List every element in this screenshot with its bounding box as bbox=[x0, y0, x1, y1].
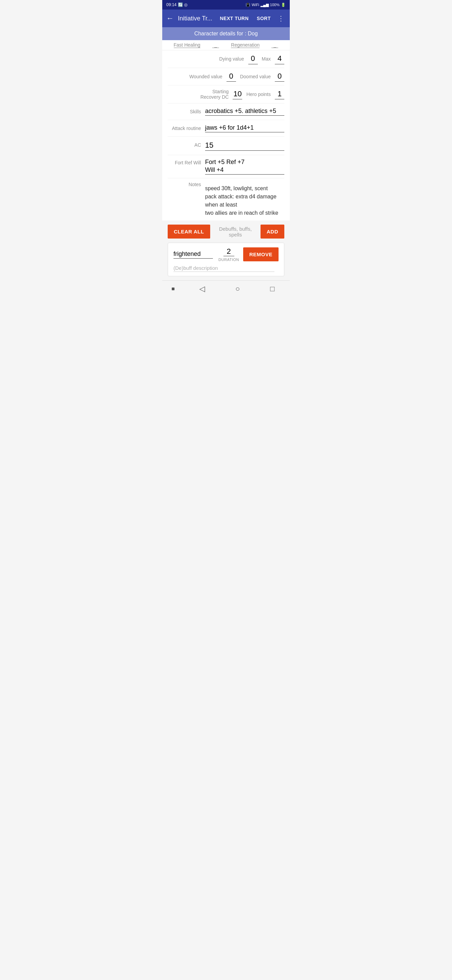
regeneration-label: Regeneration bbox=[231, 42, 260, 48]
duration-label: DURATION bbox=[218, 258, 239, 262]
dying-label: Dying value bbox=[207, 56, 244, 62]
hero-label: Hero points bbox=[246, 92, 271, 97]
doomed-label: Doomed value bbox=[240, 74, 271, 79]
buff-toolbar: CLEAR ALL Debuffs, buffs, spells ADD bbox=[168, 224, 284, 239]
ac-row: AC 15 bbox=[168, 137, 284, 155]
attack-value[interactable]: jaws +6 for 1d4+1 bbox=[205, 124, 284, 132]
form-section: Dying value 0 Max 4 Wounded value 0 Doom… bbox=[162, 50, 290, 221]
hero-value[interactable]: 1 bbox=[275, 89, 284, 100]
fast-healing-value: _ bbox=[212, 42, 219, 48]
attack-row: Attack routine jaws +6 for 1d4+1 bbox=[168, 120, 284, 137]
fast-healing-label: Fast Healing bbox=[174, 42, 201, 48]
regeneration-value: _ bbox=[271, 42, 278, 48]
status-icons: 🔄 ◎ bbox=[178, 2, 187, 7]
frw-line2[interactable]: Will +4 bbox=[205, 166, 284, 175]
buff-card: frightened 2 DURATION REMOVE (De)buff de… bbox=[168, 243, 284, 276]
frw-label: Fort Ref Will bbox=[168, 159, 205, 165]
buff-section: CLEAR ALL Debuffs, buffs, spells ADD fri… bbox=[162, 221, 290, 280]
wounded-value[interactable]: 0 bbox=[227, 72, 236, 82]
buff-name[interactable]: frightened bbox=[173, 250, 213, 259]
buff-duration-value[interactable]: 2 bbox=[224, 247, 234, 256]
nav-square-icon bbox=[172, 288, 174, 290]
max-value[interactable]: 4 bbox=[275, 54, 284, 64]
notes-value: speed 30ft, lowlight, scent pack attack:… bbox=[205, 182, 284, 217]
status-bar: 09:14 🔄 ◎ 📳 WiFi ▂▄▆ 100% 🔋 bbox=[162, 0, 290, 10]
status-right: 📳 WiFi ▂▄▆ 100% 🔋 bbox=[246, 3, 286, 7]
nav-recent-button[interactable]: □ bbox=[265, 283, 280, 295]
attack-label: Attack routine bbox=[168, 124, 205, 131]
notes-text[interactable]: speed 30ft, lowlight, scent pack attack:… bbox=[205, 182, 284, 217]
skills-label: Skills bbox=[168, 108, 205, 115]
next-turn-button[interactable]: NEXT TURN bbox=[217, 14, 251, 22]
buff-card-row2: (De)buff description bbox=[173, 265, 279, 272]
app-bar: ← Initiative Tr... NEXT TURN SORT ⋮ bbox=[162, 10, 290, 27]
dying-row: Dying value 0 Max 4 bbox=[168, 50, 284, 68]
more-options-button[interactable]: ⋮ bbox=[276, 13, 286, 24]
frw-value: Fort +5 Ref +7 Will +4 bbox=[205, 159, 284, 175]
clear-all-button[interactable]: CLEAR ALL bbox=[168, 224, 210, 239]
buff-description[interactable]: (De)buff description bbox=[173, 265, 274, 272]
ac-value[interactable]: 15 bbox=[205, 141, 284, 151]
fast-healing-row: Fast Healing _ Regeneration _ bbox=[162, 40, 290, 50]
buff-card-row1: frightened 2 DURATION REMOVE bbox=[173, 247, 279, 262]
recovery-row: Starting Recovery DC 10 Hero points 1 bbox=[168, 86, 284, 103]
wounded-label: Wounded value bbox=[185, 74, 222, 79]
battery-icon: 🔋 bbox=[281, 3, 286, 7]
skills-value[interactable]: acrobatics +5. athletics +5 bbox=[205, 108, 284, 116]
back-button[interactable]: ← bbox=[166, 14, 174, 23]
vibrate-icon: 📳 bbox=[246, 3, 250, 7]
wifi-icon: WiFi bbox=[252, 3, 259, 7]
status-time: 09:14 bbox=[166, 2, 176, 7]
frw-row: Fort Ref Will Fort +5 Ref +7 Will +4 bbox=[168, 155, 284, 178]
skills-row: Skills acrobatics +5. athletics +5 bbox=[168, 103, 284, 120]
wounded-row: Wounded value 0 Doomed value 0 bbox=[168, 68, 284, 86]
doomed-value[interactable]: 0 bbox=[275, 72, 284, 82]
nav-home-button[interactable]: ○ bbox=[230, 283, 245, 295]
frw-line1[interactable]: Fort +5 Ref +7 bbox=[205, 159, 284, 166]
buff-duration-section: 2 DURATION bbox=[218, 247, 239, 262]
max-label: Max bbox=[262, 56, 271, 62]
nav-back-button[interactable]: ◁ bbox=[194, 283, 211, 295]
remove-button-wrapper: REMOVE bbox=[243, 247, 279, 261]
remove-button[interactable]: REMOVE bbox=[243, 247, 279, 261]
signal-icon: ▂▄▆ bbox=[260, 3, 269, 7]
content-area: Fast Healing _ Regeneration _ Dying valu… bbox=[162, 40, 290, 280]
buff-placeholder: Debuffs, buffs, spells bbox=[214, 226, 257, 237]
notes-label: Notes bbox=[168, 182, 205, 187]
character-header-label: Character details for : Dog bbox=[194, 30, 258, 37]
ac-label: AC bbox=[168, 141, 205, 148]
recovery-value[interactable]: 10 bbox=[233, 89, 242, 100]
nav-bar: ◁ ○ □ bbox=[162, 280, 290, 297]
notes-row: Notes speed 30ft, lowlight, scent pack a… bbox=[168, 178, 284, 221]
add-button[interactable]: ADD bbox=[260, 224, 284, 239]
recovery-label: Starting Recovery DC bbox=[191, 89, 228, 100]
status-left: 09:14 🔄 ◎ bbox=[166, 2, 187, 7]
character-header: Character details for : Dog bbox=[162, 27, 290, 40]
battery-label: 100% bbox=[270, 3, 279, 7]
app-bar-title: Initiative Tr... bbox=[178, 15, 214, 22]
dying-value[interactable]: 0 bbox=[248, 54, 258, 64]
sort-button[interactable]: SORT bbox=[254, 14, 273, 22]
